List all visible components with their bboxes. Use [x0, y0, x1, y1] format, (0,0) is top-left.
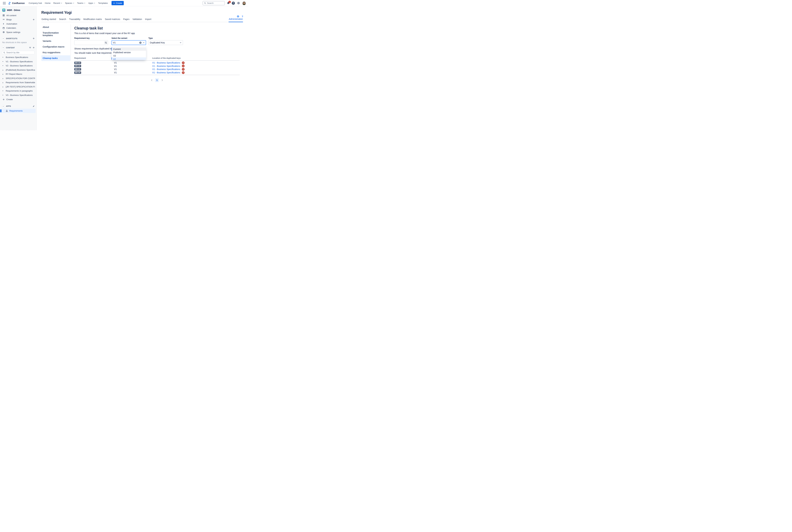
sidebar-item-all-content[interactable]: All content — [0, 13, 37, 18]
page-number-1[interactable]: 1 — [155, 78, 159, 82]
subnav-transformation-templates[interactable]: Transformation templates — [41, 30, 70, 38]
table-row: BR-04 V1 V1 - Business Specifications2 — [74, 71, 240, 74]
edit-apps-icon[interactable] — [33, 105, 35, 107]
app-switcher-icon[interactable] — [2, 1, 6, 5]
location-link[interactable]: V1 - Business Specifications — [152, 68, 180, 71]
requirement-key-input[interactable] — [74, 40, 108, 45]
apps-label: APPS — [6, 105, 11, 107]
requirement-key-badge[interactable]: BR-04 — [74, 72, 81, 74]
requirement-key-badge[interactable]: BR-02 — [74, 65, 81, 67]
location-link[interactable]: V1 - Business Specifications — [152, 61, 180, 64]
add-blog-icon[interactable] — [33, 19, 35, 21]
location-link[interactable]: V1 - Business Specifications — [152, 71, 180, 74]
add-content-icon[interactable] — [33, 46, 35, 49]
plus-icon — [113, 2, 115, 4]
sidebar-item-automation[interactable]: Automation — [0, 22, 37, 26]
tab-saved-matrices[interactable]: Saved matrices — [105, 18, 120, 22]
page-item[interactable]: ›RY Report Macro — [0, 72, 37, 76]
requirement-key-label: Requirement key — [74, 37, 108, 39]
requirement-key-badge[interactable]: BR-01 — [74, 68, 81, 71]
tab-search[interactable]: Search — [59, 18, 66, 22]
page-item[interactable]: ›[JR-TEST] SPECIFICATION FOR CO… — [0, 84, 37, 89]
nav-recent[interactable]: Recent — [52, 1, 63, 5]
subnav-cleanup-tasks[interactable]: Cleanup tasks — [41, 55, 70, 61]
tab-traceability[interactable]: Traceability — [69, 18, 80, 22]
chevron-down-icon[interactable] — [143, 42, 144, 43]
sidebar-item-requirements[interactable]: Requirements — [1, 109, 36, 113]
chevron-right-icon[interactable]: › — [0, 69, 6, 71]
global-search[interactable] — [202, 1, 225, 5]
filter-icon[interactable] — [29, 46, 31, 49]
option-v2[interactable]: V2 — [112, 54, 146, 57]
variant-combobox[interactable]: V1 — [112, 40, 146, 45]
nav-teams[interactable]: Teams — [76, 1, 86, 5]
content-tree: •Business Specifications •V1 - Business … — [0, 55, 37, 97]
shortcuts-collapse-button[interactable] — [2, 37, 5, 40]
confluence-logo[interactable]: Confluence — [8, 2, 25, 5]
variant-cell: V1 — [114, 61, 152, 64]
tab-getting-started[interactable]: Getting started — [41, 18, 56, 22]
location-link[interactable]: V1 - Business Specifications — [152, 65, 180, 67]
sidebar-item-space-settings[interactable]: Space settings — [0, 30, 37, 34]
sidebar-item-calendars[interactable]: Calendars — [0, 26, 37, 30]
help-button[interactable]: ? — [232, 2, 235, 5]
settings-button[interactable] — [237, 2, 240, 5]
page-item[interactable]: •Business Specifications — [0, 55, 37, 60]
tab-validation[interactable]: Validation — [132, 18, 142, 22]
sidebar-item-blogs[interactable]: Blogs — [0, 18, 37, 22]
page-item[interactable]: ›Requirements from Stakeholders — [0, 80, 37, 85]
apps-section-header: APPS — [0, 104, 37, 108]
clear-icon[interactable] — [139, 41, 141, 44]
nav-apps[interactable]: Apps — [87, 1, 96, 5]
global-search-input[interactable] — [207, 2, 223, 4]
page-item[interactable]: ›(Published) Business Specifications — [0, 68, 37, 72]
add-shortcut-icon[interactable] — [33, 37, 35, 39]
option-published-version[interactable]: Published version — [112, 51, 146, 54]
tab-import[interactable]: Import — [145, 18, 152, 22]
notifications-button[interactable]: 1 — [227, 2, 230, 5]
sidebar-create-button[interactable]: Create — [0, 97, 37, 102]
page-item[interactable]: ›SPECIFICATION FOR CONTROL AN… — [0, 76, 37, 80]
content-search[interactable] — [2, 51, 35, 54]
page-item[interactable]: •V2 - Business Specifications — [0, 64, 37, 68]
requirement-key-badge[interactable]: BR-03 — [74, 62, 81, 64]
page-item[interactable]: •V3 - Business Specifications — [0, 93, 37, 97]
chevron-right-icon[interactable]: › — [0, 81, 6, 84]
nav-company-hub[interactable]: Company hub — [27, 1, 43, 5]
subnav-variants[interactable]: Variants — [41, 38, 70, 44]
help-icon[interactable]: ? — [242, 15, 243, 18]
apps-section: APPS Requirements — [0, 104, 37, 113]
requirement-key-search-button[interactable] — [104, 41, 108, 44]
admin-settings-gear-icon[interactable] — [237, 15, 239, 18]
create-button[interactable]: Create — [112, 1, 124, 5]
option-v1[interactable]: V1 — [112, 57, 146, 60]
type-select[interactable]: Duplicated Key — [149, 40, 183, 45]
subnav-key-suggestions[interactable]: Key suggestions — [41, 50, 70, 55]
subnav-about[interactable]: About — [41, 24, 70, 30]
apps-collapse-button[interactable] — [2, 105, 5, 108]
content-search-input[interactable] — [6, 51, 33, 54]
tab-modification-matrix[interactable]: Modification matrix — [83, 18, 102, 22]
previous-page-icon[interactable] — [150, 79, 153, 82]
table-row: BR-01 V1 V1 - Business Specifications2 — [74, 68, 240, 71]
tab-pages[interactable]: Pages — [123, 18, 130, 22]
nav-home[interactable]: Home — [44, 1, 52, 5]
page-item[interactable]: •V1 - Business Specifications — [0, 59, 37, 64]
subnav-configuration-macro[interactable]: Configuration macro — [41, 44, 70, 50]
nav-spaces[interactable]: Spaces — [64, 1, 75, 5]
chevron-right-icon[interactable]: › — [0, 77, 6, 79]
nav-templates[interactable]: Templates — [97, 1, 109, 5]
plus-icon — [2, 98, 5, 101]
tab-administration[interactable]: Administration — [229, 18, 243, 22]
chevron-right-icon[interactable]: › — [0, 73, 6, 75]
page-item[interactable]: •Requirements in paragraphs — [0, 89, 37, 93]
chevron-right-icon[interactable]: › — [0, 86, 6, 88]
next-page-icon[interactable] — [161, 79, 164, 82]
content-collapse-button[interactable] — [2, 46, 5, 49]
lightning-icon — [2, 23, 5, 25]
bullet-icon: • — [0, 65, 6, 67]
duplicate-count-badge: 2 — [182, 61, 185, 64]
user-avatar[interactable] — [242, 1, 246, 5]
option-current[interactable]: Current — [112, 48, 146, 51]
space-header[interactable]: MBR - Démo — [0, 8, 37, 13]
